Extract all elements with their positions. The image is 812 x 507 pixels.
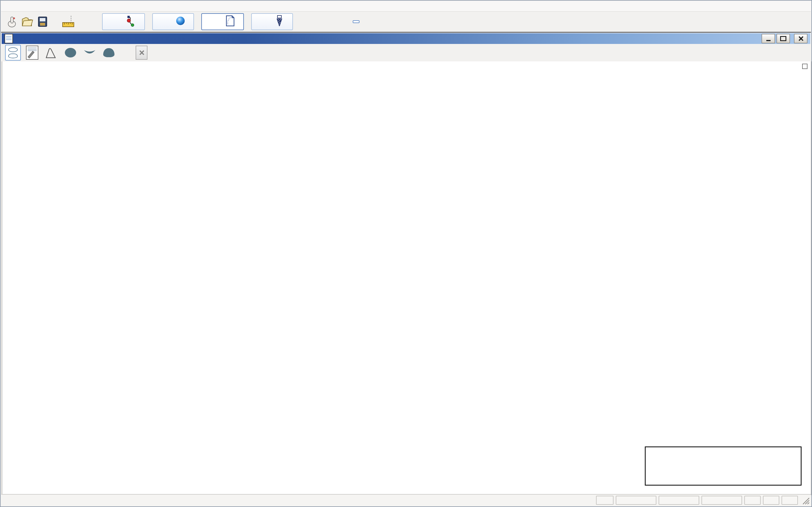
app-window — [0, 0, 812, 507]
close-button[interactable] — [794, 34, 808, 43]
status-unit — [596, 496, 613, 505]
unit-toggle-group — [329, 20, 371, 23]
save-book-icon[interactable] — [35, 13, 50, 30]
date-marker-icon — [802, 64, 808, 69]
plan-page-icon — [207, 6, 235, 38]
slice-bottom-icon[interactable] — [82, 45, 98, 61]
profile-curve-icon[interactable] — [43, 45, 59, 61]
board-info-box — [645, 446, 802, 486]
view-toolbar — [2, 44, 810, 61]
unit-inf[interactable] — [368, 21, 371, 22]
unit-mm[interactable] — [341, 21, 344, 22]
minimize-icon — [766, 40, 770, 41]
slice-disc-icon[interactable] — [63, 45, 79, 61]
status-panel-empty — [744, 496, 761, 505]
canvas-date-row — [723, 64, 808, 69]
window-controls — [762, 34, 808, 43]
status-y-coordinate — [659, 496, 699, 505]
status-panel-empty — [781, 496, 798, 505]
main-toolbar — [1, 11, 811, 33]
pointer-hand-icon[interactable] — [4, 13, 20, 30]
resize-grip[interactable] — [802, 497, 810, 505]
unit-inch[interactable] — [353, 20, 359, 23]
close-icon — [798, 36, 803, 41]
cnc-button[interactable] — [251, 13, 293, 30]
document-icon — [4, 34, 13, 43]
status-bar — [1, 494, 811, 506]
minimize-button[interactable] — [762, 34, 775, 43]
unit-cm[interactable] — [329, 21, 333, 22]
drawing-canvas[interactable] — [2, 61, 811, 495]
board-plan-drawing — [2, 61, 812, 495]
status-x-coordinate — [616, 496, 656, 505]
3d-view-button[interactable] — [152, 13, 194, 30]
outline-view-icon[interactable] — [5, 45, 21, 61]
sphere-3d-icon — [158, 7, 186, 37]
open-folder-icon[interactable] — [20, 13, 35, 30]
export-grayed-icon[interactable] — [134, 45, 149, 61]
measure-ruler-icon[interactable] — [61, 13, 76, 30]
slice-rail-icon[interactable] — [101, 45, 117, 61]
status-panels — [596, 496, 798, 505]
status-panel-empty — [763, 496, 779, 505]
design-button[interactable] — [102, 13, 145, 30]
document-title-bar[interactable] — [2, 33, 810, 44]
plan-button[interactable] — [201, 13, 244, 30]
maximize-button[interactable] — [776, 34, 790, 43]
maximize-icon — [780, 36, 786, 41]
spec-sheet-icon[interactable] — [24, 45, 40, 61]
status-z-coordinate — [702, 496, 742, 505]
